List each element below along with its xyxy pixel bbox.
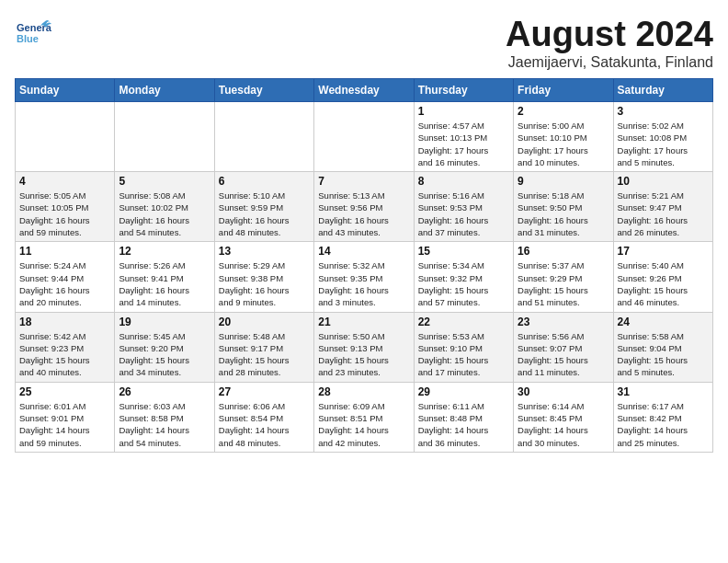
weekday-header-friday: Friday xyxy=(514,79,613,102)
day-info: Sunrise: 5:45 AMSunset: 9:20 PMDaylight:… xyxy=(119,330,210,379)
calendar-cell: 22Sunrise: 5:53 AMSunset: 9:10 PMDayligh… xyxy=(414,312,513,382)
day-info: Sunrise: 5:29 AMSunset: 9:38 PMDaylight:… xyxy=(219,259,310,308)
day-info: Sunrise: 5:21 AMSunset: 9:47 PMDaylight:… xyxy=(618,190,709,238)
calendar-cell: 8Sunrise: 5:16 AMSunset: 9:53 PMDaylight… xyxy=(414,172,513,242)
day-number: 22 xyxy=(418,316,509,328)
calendar-cell: 30Sunrise: 6:14 AMSunset: 8:45 PMDayligh… xyxy=(514,382,613,452)
day-number: 17 xyxy=(618,245,709,258)
calendar-cell: 17Sunrise: 5:40 AMSunset: 9:26 PMDayligh… xyxy=(613,242,712,312)
calendar-week-1: 1Sunrise: 4:57 AMSunset: 10:13 PMDayligh… xyxy=(16,102,713,172)
calendar-cell: 21Sunrise: 5:50 AMSunset: 9:13 PMDayligh… xyxy=(314,312,414,382)
calendar-cell: 1Sunrise: 4:57 AMSunset: 10:13 PMDayligh… xyxy=(414,102,513,172)
day-number: 18 xyxy=(19,316,110,328)
calendar-week-3: 11Sunrise: 5:24 AMSunset: 9:44 PMDayligh… xyxy=(16,242,713,312)
day-info: Sunrise: 6:14 AMSunset: 8:45 PMDaylight:… xyxy=(518,400,609,449)
weekday-header-thursday: Thursday xyxy=(414,79,513,102)
calendar-cell: 2Sunrise: 5:00 AMSunset: 10:10 PMDayligh… xyxy=(514,102,613,172)
day-number: 5 xyxy=(119,175,210,188)
calendar-cell: 28Sunrise: 6:09 AMSunset: 8:51 PMDayligh… xyxy=(314,382,414,452)
page-title: August 2024 xyxy=(506,15,713,54)
day-info: Sunrise: 5:37 AMSunset: 9:29 PMDaylight:… xyxy=(518,259,609,308)
weekday-header-tuesday: Tuesday xyxy=(214,79,313,102)
day-info: Sunrise: 5:10 AMSunset: 9:59 PMDaylight:… xyxy=(219,190,310,238)
day-info: Sunrise: 6:06 AMSunset: 8:54 PMDaylight:… xyxy=(219,400,310,449)
calendar-cell xyxy=(214,102,313,172)
calendar-cell: 26Sunrise: 6:03 AMSunset: 8:58 PMDayligh… xyxy=(115,382,214,452)
title-area: August 2024 Jaemijaervi, Satakunta, Finl… xyxy=(506,15,713,71)
svg-text:Blue: Blue xyxy=(17,33,39,44)
calendar-cell: 7Sunrise: 5:13 AMSunset: 9:56 PMDaylight… xyxy=(314,172,414,242)
calendar-cell: 13Sunrise: 5:29 AMSunset: 9:38 PMDayligh… xyxy=(214,242,313,312)
calendar-cell: 4Sunrise: 5:05 AMSunset: 10:05 PMDayligh… xyxy=(16,172,115,242)
weekday-header-saturday: Saturday xyxy=(613,79,712,102)
calendar-week-4: 18Sunrise: 5:42 AMSunset: 9:23 PMDayligh… xyxy=(16,312,713,382)
day-number: 21 xyxy=(318,316,409,328)
day-info: Sunrise: 5:13 AMSunset: 9:56 PMDaylight:… xyxy=(318,190,409,238)
day-number: 7 xyxy=(318,175,409,188)
day-info: Sunrise: 6:09 AMSunset: 8:51 PMDaylight:… xyxy=(318,400,409,449)
calendar-cell: 14Sunrise: 5:32 AMSunset: 9:35 PMDayligh… xyxy=(314,242,414,312)
calendar-cell xyxy=(115,102,214,172)
calendar-cell: 12Sunrise: 5:26 AMSunset: 9:41 PMDayligh… xyxy=(115,242,214,312)
day-number: 12 xyxy=(119,245,210,258)
day-number: 8 xyxy=(418,175,509,188)
day-number: 24 xyxy=(618,316,709,328)
calendar-cell: 15Sunrise: 5:34 AMSunset: 9:32 PMDayligh… xyxy=(414,242,513,312)
day-info: Sunrise: 5:18 AMSunset: 9:50 PMDaylight:… xyxy=(518,190,609,238)
calendar-cell: 24Sunrise: 5:58 AMSunset: 9:04 PMDayligh… xyxy=(613,312,712,382)
day-info: Sunrise: 5:34 AMSunset: 9:32 PMDaylight:… xyxy=(418,259,509,308)
weekday-header-sunday: Sunday xyxy=(16,79,115,102)
logo-icon: General Blue xyxy=(15,15,51,52)
day-info: Sunrise: 5:58 AMSunset: 9:04 PMDaylight:… xyxy=(618,330,709,379)
day-info: Sunrise: 5:00 AMSunset: 10:10 PMDaylight… xyxy=(518,120,609,168)
day-number: 3 xyxy=(618,105,709,118)
day-info: Sunrise: 5:08 AMSunset: 10:02 PMDaylight… xyxy=(119,190,210,238)
day-info: Sunrise: 6:17 AMSunset: 8:42 PMDaylight:… xyxy=(618,400,709,449)
page-subtitle: Jaemijaervi, Satakunta, Finland xyxy=(506,54,713,71)
day-number: 4 xyxy=(19,175,110,188)
day-info: Sunrise: 6:01 AMSunset: 9:01 PMDaylight:… xyxy=(19,400,110,449)
day-number: 2 xyxy=(518,105,609,118)
calendar-week-2: 4Sunrise: 5:05 AMSunset: 10:05 PMDayligh… xyxy=(16,172,713,242)
calendar-cell: 5Sunrise: 5:08 AMSunset: 10:02 PMDayligh… xyxy=(115,172,214,242)
weekday-header-wednesday: Wednesday xyxy=(314,79,414,102)
day-info: Sunrise: 5:56 AMSunset: 9:07 PMDaylight:… xyxy=(518,330,609,379)
calendar-cell: 27Sunrise: 6:06 AMSunset: 8:54 PMDayligh… xyxy=(214,382,313,452)
calendar-cell: 3Sunrise: 5:02 AMSunset: 10:08 PMDayligh… xyxy=(613,102,712,172)
calendar-cell: 23Sunrise: 5:56 AMSunset: 9:07 PMDayligh… xyxy=(514,312,613,382)
day-info: Sunrise: 5:32 AMSunset: 9:35 PMDaylight:… xyxy=(318,259,409,308)
day-info: Sunrise: 5:26 AMSunset: 9:41 PMDaylight:… xyxy=(119,259,210,308)
calendar-cell: 16Sunrise: 5:37 AMSunset: 9:29 PMDayligh… xyxy=(514,242,613,312)
day-number: 1 xyxy=(418,105,509,118)
day-info: Sunrise: 5:42 AMSunset: 9:23 PMDaylight:… xyxy=(19,330,110,379)
day-info: Sunrise: 5:48 AMSunset: 9:17 PMDaylight:… xyxy=(219,330,310,379)
day-info: Sunrise: 5:53 AMSunset: 9:10 PMDaylight:… xyxy=(418,330,509,379)
weekday-header-row: SundayMondayTuesdayWednesdayThursdayFrid… xyxy=(16,79,713,102)
calendar-cell xyxy=(314,102,414,172)
calendar-week-5: 25Sunrise: 6:01 AMSunset: 9:01 PMDayligh… xyxy=(16,382,713,452)
day-number: 6 xyxy=(219,175,310,188)
day-number: 30 xyxy=(518,385,609,398)
day-info: Sunrise: 5:50 AMSunset: 9:13 PMDaylight:… xyxy=(318,330,409,379)
day-info: Sunrise: 6:11 AMSunset: 8:48 PMDaylight:… xyxy=(418,400,509,449)
weekday-header-monday: Monday xyxy=(115,79,214,102)
calendar-cell: 25Sunrise: 6:01 AMSunset: 9:01 PMDayligh… xyxy=(16,382,115,452)
day-number: 23 xyxy=(518,316,609,328)
day-number: 11 xyxy=(19,245,110,258)
day-number: 29 xyxy=(418,385,509,398)
calendar-cell: 9Sunrise: 5:18 AMSunset: 9:50 PMDaylight… xyxy=(514,172,613,242)
logo: General Blue xyxy=(15,15,51,52)
day-number: 13 xyxy=(219,245,310,258)
day-info: Sunrise: 6:03 AMSunset: 8:58 PMDaylight:… xyxy=(119,400,210,449)
day-number: 27 xyxy=(219,385,310,398)
day-number: 20 xyxy=(219,316,310,328)
day-number: 10 xyxy=(618,175,709,188)
day-info: Sunrise: 4:57 AMSunset: 10:13 PMDaylight… xyxy=(418,120,509,168)
day-number: 31 xyxy=(618,385,709,398)
day-info: Sunrise: 5:16 AMSunset: 9:53 PMDaylight:… xyxy=(418,190,509,238)
day-number: 25 xyxy=(19,385,110,398)
day-number: 14 xyxy=(318,245,409,258)
calendar-cell: 29Sunrise: 6:11 AMSunset: 8:48 PMDayligh… xyxy=(414,382,513,452)
calendar-cell: 11Sunrise: 5:24 AMSunset: 9:44 PMDayligh… xyxy=(16,242,115,312)
day-info: Sunrise: 5:05 AMSunset: 10:05 PMDaylight… xyxy=(19,190,110,238)
